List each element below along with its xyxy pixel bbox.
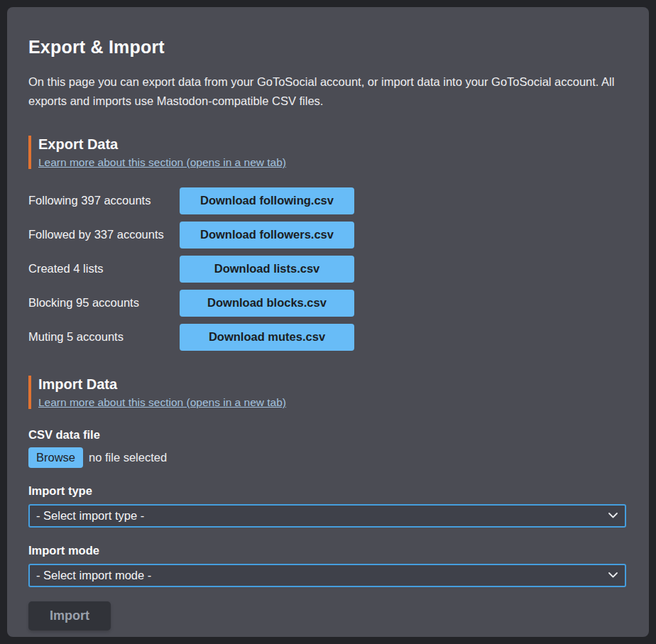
file-status-text: no file selected (89, 451, 167, 464)
import-mode-label: Import mode (28, 544, 628, 557)
export-row-label: Created 4 lists (28, 262, 180, 275)
export-row-mutes: Muting 5 accounts Download mutes.csv (28, 324, 628, 351)
import-type-select-wrap: - Select import type - (28, 504, 626, 528)
export-row-label: Following 397 accounts (28, 194, 180, 207)
browse-button[interactable]: Browse (28, 447, 83, 468)
import-mode-select-wrap: - Select import mode - (28, 564, 626, 587)
export-row-label: Muting 5 accounts (28, 330, 180, 344)
export-row-lists: Created 4 lists Download lists.csv (28, 256, 628, 283)
export-import-panel: Export & Import On this page you can exp… (7, 7, 649, 637)
export-section-header: Export Data Learn more about this sectio… (28, 136, 628, 169)
import-mode-field: Import mode - Select import mode - (28, 544, 628, 587)
export-rows: Following 397 accounts Download followin… (28, 187, 628, 351)
import-learn-more-link[interactable]: Learn more about this section (opens in … (38, 396, 286, 409)
import-type-select[interactable]: - Select import type - (28, 504, 626, 528)
export-learn-more-link[interactable]: Learn more about this section (opens in … (38, 156, 286, 169)
import-section-heading: Import Data (38, 376, 628, 393)
csv-file-field: CSV data file Browse no file selected (28, 428, 628, 468)
csv-file-label: CSV data file (28, 428, 628, 442)
download-blocks-button[interactable]: Download blocks.csv (180, 290, 354, 317)
import-type-field: Import type - Select import type - (28, 484, 628, 528)
page-description: On this page you can export data from yo… (28, 72, 628, 111)
csv-file-input: Browse no file selected (28, 447, 628, 468)
export-row-label: Blocking 95 accounts (28, 296, 180, 310)
download-lists-button[interactable]: Download lists.csv (180, 256, 354, 283)
download-followers-button[interactable]: Download followers.csv (180, 222, 354, 249)
import-type-label: Import type (28, 484, 628, 498)
export-row-followers: Followed by 337 accounts Download follow… (28, 222, 628, 249)
page-title: Export & Import (28, 37, 628, 58)
export-row-label: Followed by 337 accounts (28, 228, 180, 241)
import-submit-button[interactable]: Import (28, 601, 111, 631)
import-section-header: Import Data Learn more about this sectio… (28, 376, 628, 409)
download-following-button[interactable]: Download following.csv (180, 187, 354, 214)
export-section-heading: Export Data (38, 136, 628, 153)
import-mode-select[interactable]: - Select import mode - (28, 564, 626, 587)
export-row-following: Following 397 accounts Download followin… (28, 187, 628, 214)
export-row-blocks: Blocking 95 accounts Download blocks.csv (28, 290, 628, 317)
download-mutes-button[interactable]: Download mutes.csv (180, 324, 354, 351)
